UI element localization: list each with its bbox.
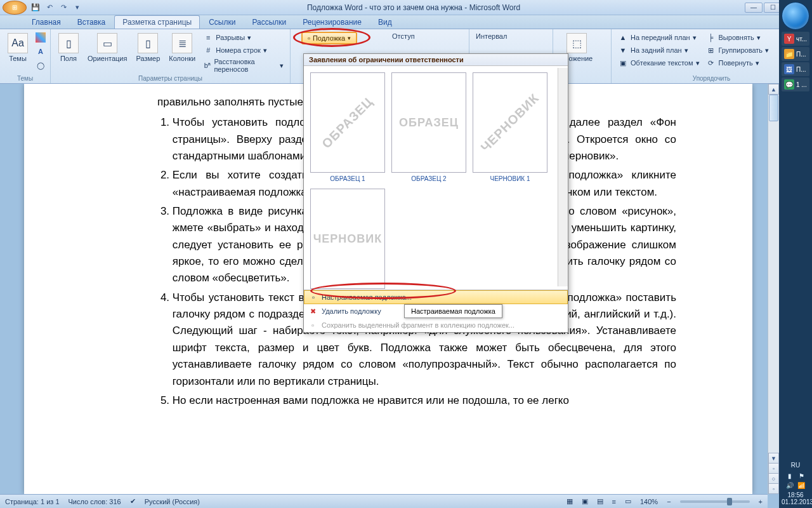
columns-icon: ≣ xyxy=(172,33,192,53)
scroll-down-button[interactable]: ▼ xyxy=(768,453,779,464)
next-page-button[interactable]: ◦ xyxy=(768,483,779,494)
margins-icon: ▯ xyxy=(58,33,79,53)
view-web-icon[interactable]: ▤ xyxy=(597,497,603,505)
start-button[interactable] xyxy=(782,2,809,30)
title-bar: ⊞ 💾 ↶ ↷ ▾ Подложка Word - что это и заче… xyxy=(0,0,812,15)
group-button[interactable]: ⊞Группировать ▾ xyxy=(705,44,771,56)
bring-front-button[interactable]: ▲На передний план ▾ xyxy=(617,32,701,43)
zoom-slider[interactable] xyxy=(680,500,750,503)
theme-fonts-icon[interactable]: A xyxy=(34,46,47,57)
watermark-button[interactable]: ▫ Подложка xyxy=(301,32,357,44)
taskbar-item-2[interactable]: 🖼П... xyxy=(782,62,809,76)
browse-object-button[interactable]: ○ xyxy=(768,473,779,484)
breaks-button[interactable]: ≡Разрывы ▾ xyxy=(202,32,285,43)
window-title: Подложка Word - что это и зачем она нужн… xyxy=(82,3,745,12)
rotate-button[interactable]: ⟳Повернуть ▾ xyxy=(705,57,771,69)
system-tray: RU ▮ ⚑ 🔊 📶 18:56 01.12.2013 xyxy=(779,459,812,508)
spacing-label: Интервал xyxy=(475,32,508,41)
taskbar-label: 1 ... xyxy=(796,81,807,88)
line-numbers-label: Номера строк xyxy=(216,46,261,54)
view-print-layout-icon[interactable]: ▦ xyxy=(566,497,573,505)
text-wrap-button[interactable]: ▣Обтекание текстом ▾ xyxy=(617,57,701,69)
tab-home[interactable]: Главная xyxy=(24,16,69,29)
save-icon[interactable]: 💾 xyxy=(30,3,41,13)
line-numbers-button[interactable]: #Номера строк ▾ xyxy=(202,44,285,56)
gallery-grid: ОБРАЗЕЦ ОБРАЗЕЦ 1 ОБРАЗЕЦ ОБРАЗЕЦ 2 ЧЕРН… xyxy=(304,66,568,290)
custom-watermark-label: Настраиваемая подложка... xyxy=(322,293,412,301)
gallery-scrollbar[interactable] xyxy=(558,68,568,286)
orientation-button[interactable]: ▭Ориентация xyxy=(85,32,129,64)
group-icon: ⊞ xyxy=(706,45,716,55)
zoom-in-button[interactable]: + xyxy=(759,498,763,505)
thumb-wm: ОБРАЗЕЦ xyxy=(399,116,459,130)
text-wrap-label: Обтекание текстом xyxy=(631,59,693,67)
taskbar-item-0[interactable]: Yчт... xyxy=(782,32,809,46)
tray-network-icon[interactable]: ▮ xyxy=(786,472,794,479)
tab-page-layout[interactable]: Разметка страницы xyxy=(114,15,200,29)
columns-button[interactable]: ≣Колонки xyxy=(166,32,198,64)
custom-watermark-menu[interactable]: ▫ Настраиваемая подложка... xyxy=(304,290,568,304)
gallery-item-chernovik2[interactable]: ЧЕРНОВИК ЧЕРНОВИК 2 xyxy=(310,189,385,290)
qat-dropdown-icon[interactable]: ▾ xyxy=(72,3,82,13)
size-button[interactable]: ▯Размер xyxy=(133,32,162,64)
scroll-thumb[interactable] xyxy=(769,95,778,121)
minimize-button[interactable]: — xyxy=(745,3,763,13)
tab-insert[interactable]: Вставка xyxy=(70,16,114,29)
page-status[interactable]: Страница: 1 из 1 xyxy=(5,498,60,505)
view-fullscreen-icon[interactable]: ▣ xyxy=(582,497,588,505)
zoom-handle[interactable] xyxy=(727,498,732,505)
gallery-item-obrazec2[interactable]: ОБРАЗЕЦ ОБРАЗЕЦ 2 xyxy=(391,72,466,182)
themes-label: Темы xyxy=(9,55,27,62)
tray-flag-icon[interactable]: ⚑ xyxy=(797,472,806,479)
themes-button[interactable]: Aa Темы xyxy=(5,32,30,64)
undo-icon[interactable]: ↶ xyxy=(44,3,55,13)
doc-li-5: Но если настроенная вами подложка не нра… xyxy=(173,392,676,409)
tray-date[interactable]: 01.12.2013 xyxy=(782,498,809,505)
zoom-out-button[interactable]: − xyxy=(667,498,671,505)
bring-front-label: На передний план xyxy=(631,34,690,41)
taskbar-item-1[interactable]: 📁П... xyxy=(782,47,809,61)
save-selection-label: Сохранить выделенный фрагмент в коллекци… xyxy=(322,321,514,329)
gallery-item-obrazec1[interactable]: ОБРАЗЕЦ ОБРАЗЕЦ 1 xyxy=(310,72,385,182)
tab-review[interactable]: Рецензирование xyxy=(295,16,369,29)
tab-mailings[interactable]: Рассылки xyxy=(244,16,294,29)
office-button[interactable]: ⊞ xyxy=(3,1,27,15)
zoom-level[interactable]: 140% xyxy=(640,498,658,505)
tray-time[interactable]: 18:56 xyxy=(782,491,809,498)
spellcheck-icon[interactable]: ✔ xyxy=(130,497,136,505)
tray-volume-icon[interactable]: 🔊 xyxy=(786,482,794,489)
margins-button[interactable]: ▯Поля xyxy=(56,32,81,64)
taskbar-item-3[interactable]: 💬1 ... xyxy=(782,77,809,91)
language-status[interactable]: Русский (Россия) xyxy=(145,498,200,505)
send-back-label: На задний план xyxy=(631,46,682,54)
page-setup-group-label: Параметры страницы xyxy=(56,74,285,82)
orientation-icon: ▭ xyxy=(97,33,117,53)
theme-effects-icon[interactable]: ◯ xyxy=(34,60,47,71)
arrange-group-label: Упорядочить xyxy=(617,74,806,82)
remove-watermark-label: Удалить подложку xyxy=(322,307,381,315)
gallery-item-chernovik1[interactable]: ЧЕРНОВИК ЧЕРНОВИК 1 xyxy=(473,72,547,182)
theme-colors-icon[interactable] xyxy=(34,32,47,43)
tray-language[interactable]: RU xyxy=(782,462,809,469)
thumb-label: ЧЕРНОВИК 1 xyxy=(490,175,530,182)
tray-wifi-icon[interactable]: 📶 xyxy=(797,482,806,489)
redo-icon[interactable]: ↷ xyxy=(58,3,69,13)
view-outline-icon[interactable]: ≡ xyxy=(612,498,616,505)
margins-label: Поля xyxy=(60,55,77,62)
tab-view[interactable]: Вид xyxy=(370,16,400,29)
taskbar-label: чт... xyxy=(796,36,807,43)
watermark-gallery: Заявления об ограничении ответственности… xyxy=(303,53,568,333)
tab-references[interactable]: Ссылки xyxy=(201,16,243,29)
prev-page-button[interactable]: ◦ xyxy=(768,463,779,474)
gallery-header: Заявления об ограничении ответственности xyxy=(304,54,568,66)
hyphenation-button[interactable]: bªРасстановка переносов ▾ xyxy=(202,57,285,74)
vertical-scrollbar[interactable]: ▲ ▼ ◦ ○ ◦ xyxy=(768,84,779,494)
themes-group-label: Темы xyxy=(5,74,45,82)
word-count[interactable]: Число слов: 316 xyxy=(69,498,121,505)
view-draft-icon[interactable]: ▭ xyxy=(625,497,631,505)
group-label: Группировать xyxy=(719,46,763,54)
scroll-up-button[interactable]: ▲ xyxy=(768,84,779,95)
taskbar-label: П... xyxy=(796,66,806,73)
send-back-button[interactable]: ▼На задний план ▾ xyxy=(617,44,701,56)
align-button[interactable]: ╞Выровнять ▾ xyxy=(705,32,771,43)
